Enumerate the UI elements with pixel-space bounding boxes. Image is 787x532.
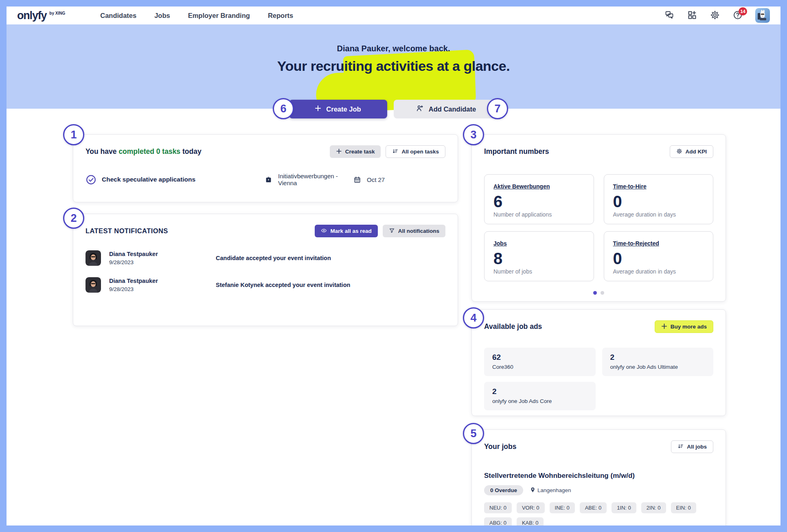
create-task-button[interactable]: Create task	[330, 145, 381, 158]
important-numbers-card: Important numbers Add KPI Aktive Bewerbu…	[471, 134, 726, 302]
all-notifications-button[interactable]: All notifications	[383, 225, 445, 237]
mark-all-read-label: Mark all as read	[330, 228, 371, 234]
annotation-circle-2: 2	[63, 208, 84, 229]
notifications-title: LATEST NOTIFICATIONS	[85, 227, 168, 235]
add-kpi-label: Add KPI	[686, 149, 707, 155]
all-jobs-button[interactable]: All jobs	[671, 440, 713, 453]
stage-chip: NEU: 0	[484, 502, 512, 513]
buy-more-ads-label: Buy more ads	[671, 324, 707, 330]
kpi-link[interactable]: Aktive Bewerbungen	[493, 183, 550, 190]
job-location-label: Langenhagen	[537, 487, 571, 493]
apps-button[interactable]	[687, 10, 697, 21]
nav-jobs[interactable]: Jobs	[154, 12, 170, 20]
notification-date: 9/28/2023	[109, 259, 208, 265]
ad-value: 2	[492, 387, 588, 396]
nav-candidates[interactable]: Candidates	[100, 12, 136, 20]
create-job-button[interactable]: Create Job	[289, 100, 387, 118]
user-avatar[interactable]	[755, 8, 770, 23]
kpi-tile-aktive-bewerbungen: Aktive Bewerbungen 6 Number of applicati…	[484, 174, 594, 224]
hero-banner: Diana Pauker, welcome back. Your recruit…	[7, 24, 780, 109]
logo-suffix: by XING	[49, 11, 65, 15]
notification-message: Candidate accepted your event invitation	[216, 255, 445, 261]
pipeline-stage-chips: NEU: 0 VOR: 0 INE: 0 ABE: 0 1IN: 0 2IN: …	[484, 502, 712, 525]
hero-greeting: Diana Pauker, welcome back.	[337, 44, 450, 53]
annotation-circle-7: 7	[487, 98, 508, 119]
messages-button[interactable]	[664, 10, 675, 21]
stage-chip: 1IN: 0	[612, 502, 636, 513]
stage-chip: KAB: 0	[517, 517, 544, 525]
kpi-value: 0	[613, 250, 704, 267]
your-jobs-card: Your jobs All jobs Stellvertretende Wohn…	[471, 429, 726, 525]
mark-all-read-button[interactable]: Mark all as read	[315, 225, 377, 237]
sender-name: Diana Testpauker	[109, 278, 208, 284]
job-location: Langenhagen	[530, 487, 571, 494]
logo[interactable]: onlyfy by XING	[17, 10, 65, 21]
job-ads-title: Available job ads	[484, 322, 542, 331]
kpi-link[interactable]: Jobs	[493, 240, 507, 247]
primary-actions: Create Job Add Candidate	[7, 100, 780, 118]
sender-name: Diana Testpauker	[109, 251, 208, 257]
job-entry: Stellvertretende Wohnbereichsleitung (m/…	[484, 472, 713, 525]
kpi-link[interactable]: Time-to-Hire	[613, 183, 647, 190]
pagination-dot-1[interactable]	[593, 291, 597, 295]
kpi-value: 8	[493, 250, 585, 267]
task-row[interactable]: Check speculative applications Initiativ…	[85, 173, 445, 186]
task-job-label: Initiativbewerbungen - Vienna	[278, 173, 353, 186]
job-ads-grid: 62 Core360 2 onlyfy one Job Ads Ultimate…	[484, 348, 713, 410]
nav-employer-branding[interactable]: Employer Branding	[188, 12, 250, 20]
all-open-tasks-button[interactable]: All open tasks	[386, 145, 445, 158]
ad-tile-core: 2 onlyfy one Job Ads Core	[484, 382, 596, 410]
add-kpi-button[interactable]: Add KPI	[670, 145, 714, 158]
nav-reports[interactable]: Reports	[268, 12, 293, 20]
page-frame: onlyfy by XING Candidates Jobs Employer …	[0, 0, 787, 532]
tasks-title-prefix: You have	[85, 147, 118, 155]
notification-count-badge: 14	[739, 7, 747, 15]
notification-row[interactable]: Diana Testpauker 9/28/2023 Stefanie Koty…	[85, 277, 445, 293]
kpi-value: 6	[493, 193, 585, 210]
overdue-pill: 0 Overdue	[484, 485, 523, 495]
stage-chip: EIN: 0	[671, 502, 696, 513]
job-title-link[interactable]: Stellvertretende Wohnbereichsleitung (m/…	[484, 472, 635, 479]
notification-sender: Diana Testpauker 9/28/2023	[109, 251, 208, 265]
page-title: Your recruiting activities at a glance.	[277, 58, 510, 74]
annotation-circle-6: 6	[273, 98, 294, 119]
help-button[interactable]: 14	[732, 10, 743, 21]
location-pin-icon	[530, 487, 536, 494]
add-candidate-button[interactable]: Add Candidate	[394, 100, 498, 118]
kpi-pagination	[484, 291, 713, 295]
ad-value: 2	[610, 353, 706, 362]
kpi-tile-time-to-hire: Time-to-Hire 0 Average duration in days	[604, 174, 714, 224]
ad-tile-core360: 62 Core360	[484, 348, 596, 376]
llama-avatar-image	[755, 8, 770, 23]
notifications-card: LATEST NOTIFICATIONS Mark all as read Al…	[73, 214, 458, 326]
tasks-title-highlight: completed 0 tasks	[118, 147, 180, 155]
gear-icon	[676, 148, 682, 155]
ad-label: onlyfy one Job Ads Ultimate	[610, 364, 706, 370]
notification-message: Stefanie Kotynek accepted your event inv…	[216, 282, 445, 288]
all-jobs-label: All jobs	[687, 444, 707, 450]
sender-avatar	[85, 277, 101, 293]
annotation-circle-4: 4	[463, 307, 484, 328]
buy-more-ads-button[interactable]: Buy more ads	[655, 320, 713, 333]
ad-value: 62	[492, 353, 588, 362]
check-circle-icon[interactable]	[85, 174, 102, 185]
settings-button[interactable]	[710, 10, 720, 21]
stage-chip: INE: 0	[550, 502, 575, 513]
ad-label: Core360	[492, 364, 588, 370]
logo-text: onlyfy	[17, 10, 46, 21]
annotation-circle-3: 3	[463, 124, 484, 145]
dashboard-app: onlyfy by XING Candidates Jobs Employer …	[7, 7, 780, 525]
kpi-tile-jobs: Jobs 8 Number of jobs	[484, 231, 594, 281]
notification-list: Diana Testpauker 9/28/2023 Candidate acc…	[85, 250, 445, 293]
stage-chip: 2IN: 0	[641, 502, 666, 513]
gear-icon	[710, 10, 720, 21]
sender-avatar	[85, 250, 101, 266]
ad-tile-ultimate: 2 onlyfy one Job Ads Ultimate	[602, 348, 714, 376]
notification-row[interactable]: Diana Testpauker 9/28/2023 Candidate acc…	[85, 250, 445, 266]
pagination-dot-2[interactable]	[601, 291, 604, 295]
apps-grid-icon	[687, 10, 697, 21]
topbar: onlyfy by XING Candidates Jobs Employer …	[7, 7, 780, 24]
task-due: Oct 27	[353, 176, 445, 184]
kpi-link[interactable]: Time-to-Rejected	[613, 240, 659, 247]
job-ads-card: Available job ads Buy more ads 62 Core36…	[471, 309, 726, 416]
